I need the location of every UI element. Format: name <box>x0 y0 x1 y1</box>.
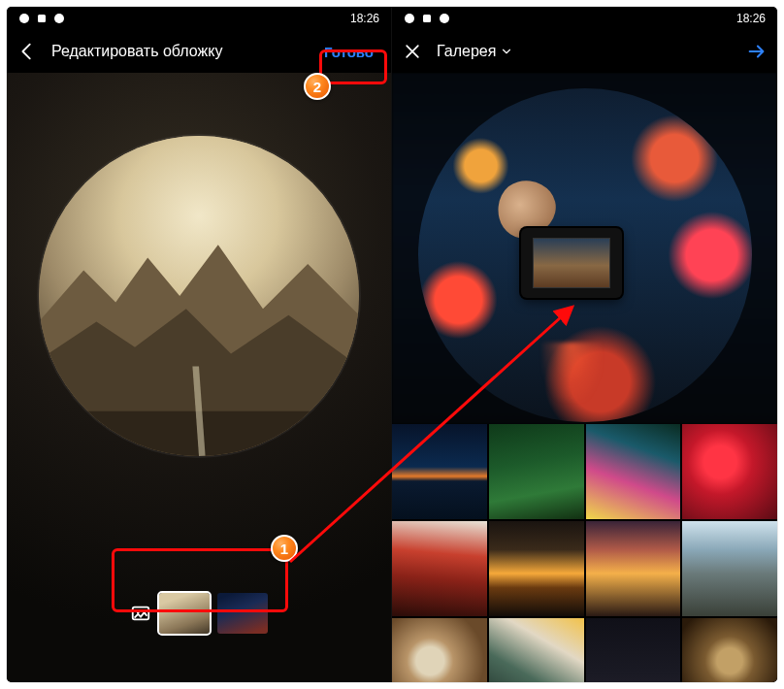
annotation-badge-2: 2 <box>304 73 331 100</box>
cover-edit-area[interactable] <box>7 73 391 682</box>
app-icon <box>421 13 433 24</box>
back-button[interactable] <box>16 41 38 62</box>
arrow-left-icon <box>16 41 38 62</box>
app-bar-left: Редактировать обложку Готово <box>7 30 391 73</box>
gallery-item[interactable] <box>489 424 584 519</box>
phone-right-gallery: 18:26 Галерея <box>392 7 777 682</box>
cover-image-mountains <box>39 136 359 456</box>
status-icons-left <box>18 13 65 24</box>
confirm-button[interactable] <box>746 41 768 62</box>
gallery-item[interactable] <box>586 618 681 682</box>
status-time: 18:26 <box>736 12 766 25</box>
chevron-down-icon <box>500 45 513 58</box>
gallery-item[interactable] <box>489 618 584 682</box>
svg-point-6 <box>405 14 414 23</box>
done-button[interactable]: Готово <box>316 40 381 64</box>
gallery-area <box>392 73 777 682</box>
svg-rect-1 <box>38 15 46 22</box>
gallery-item[interactable] <box>682 521 777 616</box>
close-button[interactable] <box>402 41 423 62</box>
app-icon <box>36 13 48 24</box>
gallery-item[interactable] <box>682 424 777 519</box>
arrow-right-icon <box>746 40 768 63</box>
app-bar-right: Галерея <box>392 30 777 73</box>
viber-icon-2 <box>439 13 450 24</box>
viber-icon <box>404 13 415 24</box>
image-icon <box>130 603 151 624</box>
svg-rect-7 <box>423 15 431 22</box>
gallery-preview[interactable] <box>392 73 777 424</box>
gallery-title: Галерея <box>437 43 496 60</box>
gallery-item[interactable] <box>392 424 487 519</box>
cover-crop-circle[interactable] <box>39 136 359 456</box>
gallery-source-dropdown[interactable]: Галерея <box>437 43 733 60</box>
cover-thumb-2[interactable] <box>217 593 268 634</box>
close-icon <box>403 42 422 61</box>
gallery-item[interactable] <box>586 424 681 519</box>
svg-point-2 <box>54 14 64 23</box>
viber-icon <box>18 13 30 24</box>
gallery-item[interactable] <box>682 618 777 682</box>
annotation-badge-1: 1 <box>271 535 298 562</box>
status-bar: 18:26 <box>392 7 777 30</box>
gallery-grid <box>392 424 777 682</box>
page-title: Редактировать обложку <box>51 43 303 60</box>
phone-left-edit-cover: 18:26 Редактировать обложку Готово <box>7 7 392 682</box>
viber-icon-2 <box>53 13 65 24</box>
camera-illustration <box>504 194 639 311</box>
svg-point-8 <box>440 14 449 23</box>
gallery-item[interactable] <box>392 618 487 682</box>
cover-thumbnail-strip <box>120 587 278 640</box>
gallery-item[interactable] <box>586 521 681 616</box>
status-bar: 18:26 <box>7 7 391 30</box>
gallery-item[interactable] <box>392 521 487 616</box>
svg-point-0 <box>19 14 29 23</box>
cover-thumb-1[interactable] <box>159 593 210 634</box>
status-icons-left <box>404 13 450 24</box>
status-time: 18:26 <box>350 12 379 25</box>
preview-crop-circle[interactable] <box>418 88 752 422</box>
gallery-item[interactable] <box>489 521 584 616</box>
open-gallery-button[interactable] <box>130 603 151 624</box>
